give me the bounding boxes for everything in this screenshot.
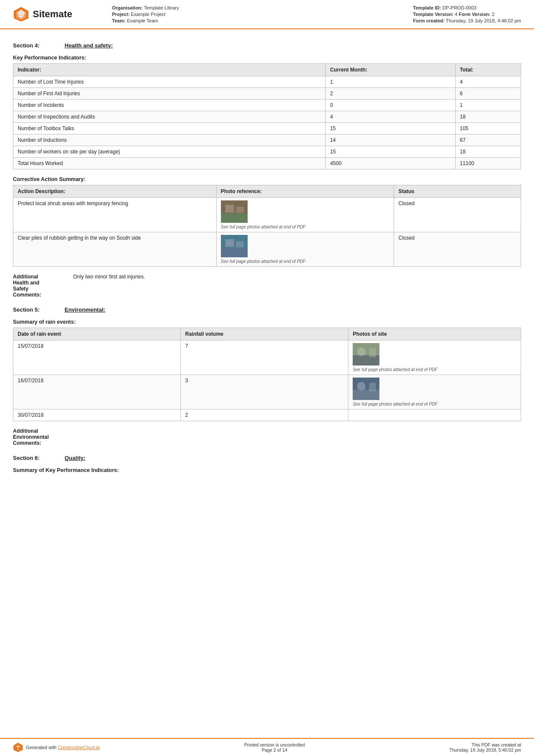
ca-description-cell: Clear piles of rubbish getting in the wa…: [13, 232, 217, 267]
footer-center: Printed version is uncontrolled Page 2 o…: [244, 742, 305, 753]
rain-volume-cell: 3: [181, 375, 348, 409]
table-row: Number of Inductions1467: [13, 134, 521, 146]
table-cell: 4500: [326, 158, 455, 169]
template-id-line: Template ID: DP-PROD-0003: [413, 5, 521, 10]
kpi-section-title: Key Performance Indicators:: [13, 55, 521, 61]
section4-title: Health and safety:: [65, 42, 113, 49]
logo-text: Sitemate: [33, 9, 72, 20]
sitemate-logo-icon: [13, 6, 29, 22]
header-meta-right: Template ID: DP-PROD-0003 Template Versi…: [413, 5, 521, 23]
section4-label: Section 4:: [13, 42, 65, 49]
table-row: 16/07/20183 See full page photos attache…: [13, 375, 521, 409]
table-cell: 4: [326, 111, 455, 123]
rain-photo-cell: See full page photos attached at end of …: [348, 341, 521, 375]
rain-photo-caption: See full page photos attached at end of …: [353, 367, 516, 372]
rain-date-cell: 15/07/2018: [13, 341, 181, 375]
rain-photo-thumbnail: [353, 343, 379, 366]
table-row: 30/07/20182: [13, 409, 521, 421]
kpi-summary-title: Summary of Key Performance Indicators:: [13, 467, 521, 473]
photo-thumbnail: [221, 235, 248, 257]
photo-caption: See full page photos attached at end of …: [221, 259, 390, 264]
corrective-action-table: Action Description: Photo reference: Sta…: [13, 185, 521, 267]
table-row: Number of workers on site per day (avera…: [13, 146, 521, 158]
rain-photo-thumbnail: [353, 378, 379, 400]
kpi-col-current-month: Current Month:: [326, 64, 455, 76]
svg-rect-9: [236, 207, 244, 213]
table-cell: 18: [455, 146, 521, 158]
table-cell: 6: [455, 88, 521, 100]
svg-rect-13: [236, 241, 244, 247]
svg-rect-7: [221, 213, 248, 223]
logo-area: Sitemate: [13, 5, 99, 23]
footer-generated-text: Generated with ConstructionCloud.io: [26, 745, 100, 750]
table-row: 15/07/20187 See full page photos attache…: [13, 341, 521, 375]
table-cell: 4: [455, 76, 521, 88]
section6-label: Section 6:: [13, 455, 65, 461]
svg-point-20: [357, 382, 366, 390]
section6-title: Quality:: [65, 455, 85, 461]
ca-photo-cell: See full page photos attached at end of …: [216, 198, 394, 232]
footer-right-line1: This PDF was created at: [449, 742, 521, 747]
ca-col-status: Status: [394, 185, 521, 198]
table-cell: 105: [455, 123, 521, 134]
rain-volume-cell: 2: [181, 409, 348, 421]
header-meta: Organisation: Template Library Project: …: [99, 5, 521, 23]
table-cell: 0: [326, 100, 455, 111]
table-cell: Number of Inspections and Audits: [13, 111, 326, 123]
section5-heading: Section 5: Environmental:: [13, 306, 521, 313]
org-line: Organisation: Template Library: [112, 5, 179, 10]
table-cell: Number of workers on site per day (avera…: [13, 146, 326, 158]
rain-date-cell: 30/07/2018: [13, 409, 181, 421]
kpi-col-total: Total:: [455, 64, 521, 76]
table-cell: 15: [326, 146, 455, 158]
table-row: Number of First Aid Injuries26: [13, 88, 521, 100]
table-cell: Number of Inductions: [13, 134, 326, 146]
table-row: Number of Toolbox Talks15105: [13, 123, 521, 134]
ca-photo-cell: See full page photos attached at end of …: [216, 232, 394, 267]
rain-col-volume: Rainfall volume: [181, 328, 348, 341]
table-cell: Number of Toolbox Talks: [13, 123, 326, 134]
rain-date-cell: 16/07/2018: [13, 375, 181, 409]
footer-center-line2: Page 2 of 14: [244, 747, 305, 753]
svg-rect-12: [225, 239, 234, 247]
section6-heading: Section 6: Quality:: [13, 455, 521, 461]
env-comments-block: Additional Environmental Comments:: [13, 428, 521, 446]
table-row: Clear piles of rubbish getting in the wa…: [13, 232, 521, 267]
table-row: Number of Incidents01: [13, 100, 521, 111]
ca-col-description: Action Description:: [13, 185, 217, 198]
footer-logo: Generated with ConstructionCloud.io: [13, 742, 100, 753]
table-cell: Total Hours Worked: [13, 158, 326, 169]
table-cell: 1: [455, 100, 521, 111]
table-row: Number of Lost Time Injuries14: [13, 76, 521, 88]
ca-status-cell: Closed: [394, 198, 521, 232]
section4-heading: Section 4: Health and safety:: [13, 42, 521, 49]
table-cell: 67: [455, 134, 521, 146]
footer-link[interactable]: ConstructionCloud.io: [58, 745, 99, 750]
rain-col-photos: Photos of site: [348, 328, 521, 341]
rain-events-title: Summary of rain events:: [13, 319, 521, 325]
table-cell: 14: [326, 134, 455, 146]
svg-rect-21: [369, 383, 376, 391]
template-version-line: Template Version: 4 Form Version: 2: [413, 12, 521, 17]
hs-comments-block: Additional Health and Safety Comments: O…: [13, 274, 521, 298]
svg-rect-8: [225, 205, 234, 212]
form-created-line: Form created: Thursday, 19 July 2018, 4:…: [413, 18, 521, 23]
env-comments-label: Additional Environmental Comments:: [13, 428, 73, 446]
table-cell: Number of Incidents: [13, 100, 326, 111]
rain-volume-cell: 7: [181, 341, 348, 375]
project-line: Project: Example Project: [112, 12, 179, 17]
photo-thumbnail: [221, 200, 248, 223]
rain-col-date: Date of rain event: [13, 328, 181, 341]
footer-center-line1: Printed version is uncontrolled: [244, 742, 305, 747]
rain-events-table: Date of rain event Rainfall volume Photo…: [13, 328, 521, 421]
footer-logo-icon: [13, 742, 23, 753]
table-cell: Number of Lost Time Injuries: [13, 76, 326, 88]
main-content: Section 4: Health and safety: Key Perfor…: [0, 29, 534, 510]
table-cell: 15: [326, 123, 455, 134]
table-row: Total Hours Worked450011100: [13, 158, 521, 169]
table-cell: 1: [326, 76, 455, 88]
kpi-table: Indicator: Current Month: Total: Number …: [13, 63, 521, 169]
table-cell: 18: [455, 111, 521, 123]
footer-right: This PDF was created at Thursday, 19 Jul…: [449, 742, 521, 753]
svg-point-16: [357, 347, 366, 356]
